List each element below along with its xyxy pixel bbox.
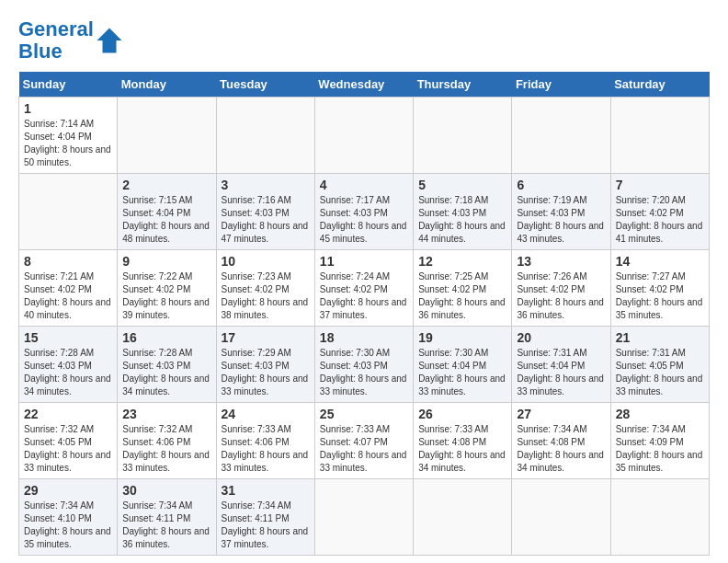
day-number: 20 bbox=[517, 330, 605, 345]
day-info: Sunrise: 7:21 AM Sunset: 4:02 PM Dayligh… bbox=[24, 271, 111, 320]
calendar-week-3: 15Sunrise: 7:28 AM Sunset: 4:03 PM Dayli… bbox=[19, 327, 710, 403]
day-info: Sunrise: 7:18 AM Sunset: 4:03 PM Dayligh… bbox=[418, 195, 506, 244]
day-number: 13 bbox=[517, 254, 605, 269]
day-info: Sunrise: 7:15 AM Sunset: 4:04 PM Dayligh… bbox=[122, 195, 210, 244]
calendar-week-0: 1Sunrise: 7:14 AM Sunset: 4:04 PM Daylig… bbox=[19, 98, 710, 174]
day-info: Sunrise: 7:31 AM Sunset: 4:05 PM Dayligh… bbox=[616, 348, 703, 396]
calendar-cell bbox=[610, 98, 709, 174]
day-info: Sunrise: 7:34 AM Sunset: 4:09 PM Dayligh… bbox=[616, 424, 703, 473]
day-number: 17 bbox=[222, 330, 310, 345]
calendar-cell: 18Sunrise: 7:30 AM Sunset: 4:03 PM Dayli… bbox=[314, 327, 413, 403]
calendar-cell: 27Sunrise: 7:34 AM Sunset: 4:08 PM Dayli… bbox=[512, 403, 610, 479]
day-info: Sunrise: 7:33 AM Sunset: 4:06 PM Dayligh… bbox=[222, 424, 309, 473]
day-number: 24 bbox=[222, 407, 310, 421]
day-info: Sunrise: 7:25 AM Sunset: 4:02 PM Dayligh… bbox=[418, 271, 506, 320]
calendar-cell: 29Sunrise: 7:34 AM Sunset: 4:10 PM Dayli… bbox=[19, 479, 118, 556]
day-number: 23 bbox=[122, 407, 210, 421]
calendar-cell: 21Sunrise: 7:31 AM Sunset: 4:05 PM Dayli… bbox=[610, 327, 709, 403]
day-number: 27 bbox=[517, 407, 605, 421]
day-number: 28 bbox=[616, 407, 704, 421]
calendar-cell: 31Sunrise: 7:34 AM Sunset: 4:11 PM Dayli… bbox=[216, 479, 314, 556]
page-header: GeneralBlue bbox=[18, 18, 710, 63]
calendar-cell bbox=[216, 98, 314, 174]
day-info: Sunrise: 7:31 AM Sunset: 4:04 PM Dayligh… bbox=[517, 348, 604, 396]
day-info: Sunrise: 7:20 AM Sunset: 4:02 PM Dayligh… bbox=[616, 195, 703, 244]
calendar-week-4: 22Sunrise: 7:32 AM Sunset: 4:05 PM Dayli… bbox=[19, 403, 710, 479]
day-info: Sunrise: 7:22 AM Sunset: 4:02 PM Dayligh… bbox=[122, 271, 210, 320]
calendar-cell: 24Sunrise: 7:33 AM Sunset: 4:06 PM Dayli… bbox=[216, 403, 314, 479]
day-info: Sunrise: 7:33 AM Sunset: 4:08 PM Dayligh… bbox=[418, 424, 506, 473]
day-number: 5 bbox=[418, 178, 506, 192]
day-info: Sunrise: 7:23 AM Sunset: 4:02 PM Dayligh… bbox=[222, 271, 309, 320]
column-headers: SundayMondayTuesdayWednesdayThursdayFrid… bbox=[19, 72, 710, 98]
day-info: Sunrise: 7:33 AM Sunset: 4:07 PM Dayligh… bbox=[320, 424, 407, 473]
calendar-cell bbox=[118, 98, 216, 174]
calendar-cell bbox=[414, 479, 512, 556]
calendar-week-2: 8Sunrise: 7:21 AM Sunset: 4:02 PM Daylig… bbox=[19, 250, 710, 327]
day-info: Sunrise: 7:27 AM Sunset: 4:02 PM Dayligh… bbox=[616, 271, 703, 320]
day-info: Sunrise: 7:32 AM Sunset: 4:06 PM Dayligh… bbox=[122, 424, 210, 473]
calendar-cell: 10Sunrise: 7:23 AM Sunset: 4:02 PM Dayli… bbox=[216, 250, 314, 327]
day-info: Sunrise: 7:28 AM Sunset: 4:03 PM Dayligh… bbox=[122, 348, 210, 396]
day-number: 15 bbox=[24, 330, 112, 345]
calendar-cell: 1Sunrise: 7:14 AM Sunset: 4:04 PM Daylig… bbox=[19, 98, 118, 174]
day-number: 19 bbox=[418, 330, 506, 345]
day-number: 2 bbox=[122, 178, 210, 192]
col-header-saturday: Saturday bbox=[610, 72, 709, 98]
day-info: Sunrise: 7:17 AM Sunset: 4:03 PM Dayligh… bbox=[320, 195, 407, 244]
day-info: Sunrise: 7:26 AM Sunset: 4:02 PM Dayligh… bbox=[517, 271, 604, 320]
calendar-cell: 17Sunrise: 7:29 AM Sunset: 4:03 PM Dayli… bbox=[216, 327, 314, 403]
logo: GeneralBlue bbox=[18, 18, 123, 63]
day-number: 8 bbox=[24, 254, 112, 269]
day-info: Sunrise: 7:32 AM Sunset: 4:05 PM Dayligh… bbox=[24, 424, 111, 473]
day-info: Sunrise: 7:34 AM Sunset: 4:08 PM Dayligh… bbox=[517, 424, 604, 473]
calendar-week-1: 2Sunrise: 7:15 AM Sunset: 4:04 PM Daylig… bbox=[19, 174, 710, 250]
calendar-cell: 16Sunrise: 7:28 AM Sunset: 4:03 PM Dayli… bbox=[118, 327, 216, 403]
logo-text: GeneralBlue bbox=[18, 18, 94, 63]
calendar-cell: 25Sunrise: 7:33 AM Sunset: 4:07 PM Dayli… bbox=[314, 403, 413, 479]
day-number: 1 bbox=[24, 101, 112, 116]
calendar-cell: 12Sunrise: 7:25 AM Sunset: 4:02 PM Dayli… bbox=[414, 250, 512, 327]
day-number: 16 bbox=[122, 330, 210, 345]
calendar-cell: 8Sunrise: 7:21 AM Sunset: 4:02 PM Daylig… bbox=[19, 250, 118, 327]
calendar-cell: 14Sunrise: 7:27 AM Sunset: 4:02 PM Dayli… bbox=[610, 250, 709, 327]
logo-icon bbox=[96, 27, 123, 54]
calendar-cell: 11Sunrise: 7:24 AM Sunset: 4:02 PM Dayli… bbox=[314, 250, 413, 327]
day-info: Sunrise: 7:14 AM Sunset: 4:04 PM Dayligh… bbox=[24, 119, 111, 167]
calendar-cell: 19Sunrise: 7:30 AM Sunset: 4:04 PM Dayli… bbox=[414, 327, 512, 403]
calendar-cell: 15Sunrise: 7:28 AM Sunset: 4:03 PM Dayli… bbox=[19, 327, 118, 403]
calendar-cell bbox=[314, 479, 413, 556]
calendar-week-5: 29Sunrise: 7:34 AM Sunset: 4:10 PM Dayli… bbox=[19, 479, 710, 556]
day-info: Sunrise: 7:16 AM Sunset: 4:03 PM Dayligh… bbox=[222, 195, 309, 244]
day-number: 31 bbox=[222, 483, 310, 498]
calendar-cell bbox=[314, 98, 413, 174]
calendar-cell: 30Sunrise: 7:34 AM Sunset: 4:11 PM Dayli… bbox=[118, 479, 216, 556]
calendar-cell: 20Sunrise: 7:31 AM Sunset: 4:04 PM Dayli… bbox=[512, 327, 610, 403]
col-header-wednesday: Wednesday bbox=[314, 72, 413, 98]
day-number: 4 bbox=[320, 178, 408, 192]
calendar-cell: 2Sunrise: 7:15 AM Sunset: 4:04 PM Daylig… bbox=[118, 174, 216, 250]
calendar-cell: 23Sunrise: 7:32 AM Sunset: 4:06 PM Dayli… bbox=[118, 403, 216, 479]
day-number: 7 bbox=[616, 178, 704, 192]
calendar-table: SundayMondayTuesdayWednesdayThursdayFrid… bbox=[18, 72, 710, 556]
calendar-cell bbox=[610, 479, 709, 556]
calendar-cell: 26Sunrise: 7:33 AM Sunset: 4:08 PM Dayli… bbox=[414, 403, 512, 479]
day-number: 29 bbox=[24, 483, 112, 498]
calendar-cell bbox=[19, 174, 118, 250]
col-header-friday: Friday bbox=[512, 72, 610, 98]
day-number: 11 bbox=[320, 254, 408, 269]
day-info: Sunrise: 7:30 AM Sunset: 4:04 PM Dayligh… bbox=[418, 348, 506, 396]
day-number: 18 bbox=[320, 330, 408, 345]
day-number: 25 bbox=[320, 407, 408, 421]
col-header-tuesday: Tuesday bbox=[216, 72, 314, 98]
calendar-cell: 7Sunrise: 7:20 AM Sunset: 4:02 PM Daylig… bbox=[610, 174, 709, 250]
calendar-cell: 3Sunrise: 7:16 AM Sunset: 4:03 PM Daylig… bbox=[216, 174, 314, 250]
day-number: 12 bbox=[418, 254, 506, 269]
day-info: Sunrise: 7:28 AM Sunset: 4:03 PM Dayligh… bbox=[24, 348, 111, 396]
day-info: Sunrise: 7:34 AM Sunset: 4:10 PM Dayligh… bbox=[24, 500, 111, 549]
calendar-cell bbox=[414, 98, 512, 174]
calendar-cell bbox=[512, 479, 610, 556]
day-number: 22 bbox=[24, 407, 112, 421]
day-number: 9 bbox=[122, 254, 210, 269]
calendar-cell: 4Sunrise: 7:17 AM Sunset: 4:03 PM Daylig… bbox=[314, 174, 413, 250]
